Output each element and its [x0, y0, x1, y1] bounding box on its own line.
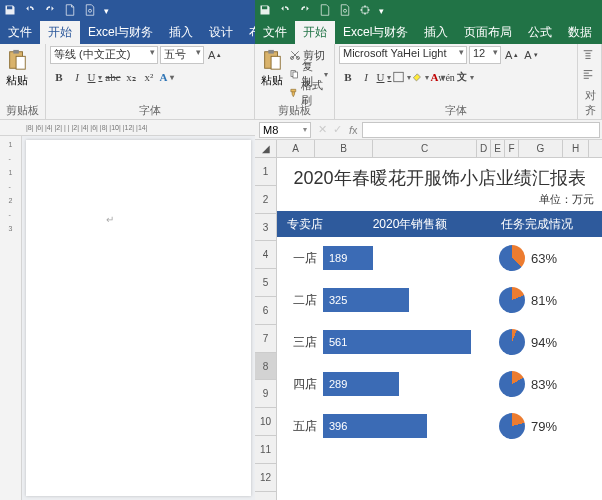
align-left-button[interactable] [580, 65, 601, 83]
phonetic-button[interactable]: wén文 [447, 68, 465, 86]
tab-开始[interactable]: 开始 [295, 21, 335, 44]
excel-ribbon: 粘贴 剪切 复制 格式刷 剪贴板 Microsoft YaHei Light 1… [255, 44, 602, 120]
select-all-corner[interactable]: ◢ [255, 140, 277, 157]
pie-icon [499, 371, 525, 397]
qat-more-icon[interactable]: ▾ [104, 6, 109, 16]
border-button[interactable] [393, 68, 411, 86]
word-page[interactable]: ↵ [26, 140, 251, 496]
row-header-12[interactable]: 12 [255, 464, 276, 492]
bar-cell: 325 [323, 286, 483, 314]
paste-button[interactable]: 粘贴 [259, 46, 285, 88]
row-header-5[interactable]: 5 [255, 269, 276, 297]
word-h-ruler[interactable]: |8| |6| |4| |2| | | |2| |4| |6| |8| |10|… [0, 120, 255, 136]
word-titlebar: ▾ [0, 0, 255, 22]
save-icon[interactable] [259, 4, 271, 18]
name-box[interactable]: M8 [259, 122, 311, 138]
redo-icon[interactable] [44, 4, 56, 18]
grow-font-button[interactable]: A▴ [206, 46, 223, 64]
italic-button[interactable]: I [68, 68, 86, 86]
superscript-button[interactable]: x² [140, 68, 158, 86]
tab-文件[interactable]: 文件 [255, 21, 295, 44]
col-task: 任务完成情况 [487, 216, 587, 233]
row-header-4[interactable]: 4 [255, 241, 276, 269]
bar-cell: 396 [323, 412, 483, 440]
tab-Excel与财务[interactable]: Excel与财务 [80, 21, 161, 44]
bold-button[interactable]: B [339, 68, 357, 86]
row-header-10[interactable]: 10 [255, 408, 276, 436]
report-header-row: 专卖店 2020年销售额 任务完成情况 [277, 211, 602, 237]
new-doc-icon[interactable] [64, 4, 76, 18]
col-header-F[interactable]: F [505, 140, 519, 157]
task-cell: 63% [483, 245, 581, 271]
row-header-3[interactable]: 3 [255, 214, 276, 242]
fx-icon[interactable]: fx [345, 124, 362, 136]
preview-icon[interactable] [339, 4, 351, 18]
col-header-E[interactable]: E [491, 140, 505, 157]
fill-color-button[interactable] [411, 68, 429, 86]
row-header-13[interactable]: 13 [255, 492, 276, 500]
font-size-select[interactable]: 12 [469, 46, 501, 64]
tab-Excel与财务[interactable]: Excel与财务 [335, 21, 416, 44]
task-cell: 79% [483, 413, 581, 439]
store-name: 五店 [277, 418, 323, 435]
report-object[interactable]: 2020年春暖花开服饰小店业绩汇报表 单位：万元 专卖店 2020年销售额 任务… [277, 160, 602, 447]
tab-公式[interactable]: 公式 [520, 21, 560, 44]
pie-icon [499, 329, 525, 355]
grow-font-button[interactable]: A▴ [503, 46, 520, 64]
redo-icon[interactable] [299, 4, 311, 18]
excel-clipboard-group: 粘贴 剪切 复制 格式刷 剪贴板 [255, 44, 335, 119]
subscript-button[interactable]: x₂ [122, 68, 140, 86]
undo-icon[interactable] [279, 4, 291, 18]
underline-button[interactable]: U [375, 68, 393, 86]
col-header-A[interactable]: A [277, 140, 315, 157]
store-name: 四店 [277, 376, 323, 393]
addins-icon[interactable] [359, 4, 371, 18]
enter-icon[interactable]: ✓ [330, 123, 345, 136]
font-family-select[interactable]: Microsoft YaHei Light [339, 46, 467, 64]
col-header-H[interactable]: H [563, 140, 589, 157]
row-header-9[interactable]: 9 [255, 380, 276, 408]
row-header-6[interactable]: 6 [255, 297, 276, 325]
cancel-icon[interactable]: ✕ [315, 123, 330, 136]
tab-插入[interactable]: 插入 [161, 21, 201, 44]
format-painter-button[interactable]: 格式刷 [287, 84, 330, 102]
row-header-8[interactable]: 8 [255, 353, 276, 381]
pct-label: 63% [531, 251, 557, 266]
tab-数据[interactable]: 数据 [560, 21, 600, 44]
store-name: 一店 [277, 250, 323, 267]
word-v-ruler[interactable]: 1-1-2-3 [0, 136, 22, 500]
tab-设计[interactable]: 设计 [201, 21, 241, 44]
row-header-1[interactable]: 1 [255, 158, 276, 186]
save-icon[interactable] [4, 4, 16, 18]
qat-more-icon[interactable]: ▾ [379, 6, 384, 16]
task-cell: 81% [483, 287, 581, 313]
preview-icon[interactable] [84, 4, 96, 18]
bold-button[interactable]: B [50, 68, 68, 86]
font-size-select[interactable]: 五号 [160, 46, 204, 64]
col-header-G[interactable]: G [519, 140, 563, 157]
row-header-2[interactable]: 2 [255, 186, 276, 214]
strike-button[interactable]: abc [104, 68, 122, 86]
tab-开始[interactable]: 开始 [40, 21, 80, 44]
tab-页面布局[interactable]: 页面布局 [456, 21, 520, 44]
row-header-11[interactable]: 11 [255, 436, 276, 464]
col-header-C[interactable]: C [373, 140, 477, 157]
italic-button[interactable]: I [357, 68, 375, 86]
paste-button[interactable]: 粘贴 [4, 46, 30, 88]
tab-插入[interactable]: 插入 [416, 21, 456, 44]
col-header-B[interactable]: B [315, 140, 373, 157]
font-family-select[interactable]: 等线 (中文正文) [50, 46, 158, 64]
align-top-button[interactable] [580, 46, 601, 64]
formula-bar[interactable] [362, 122, 600, 138]
shrink-font-button[interactable]: A▾ [522, 46, 539, 64]
col-sales: 2020年销售额 [333, 216, 487, 233]
tab-文件[interactable]: 文件 [0, 21, 40, 44]
row-header-7[interactable]: 7 [255, 325, 276, 353]
data-row-四店: 四店28983% [277, 363, 602, 405]
underline-button[interactable]: U [86, 68, 104, 86]
undo-icon[interactable] [24, 4, 36, 18]
new-doc-icon[interactable] [319, 4, 331, 18]
text-effects-button[interactable]: A [158, 68, 176, 86]
bar-cell: 189 [323, 244, 483, 272]
col-header-D[interactable]: D [477, 140, 491, 157]
